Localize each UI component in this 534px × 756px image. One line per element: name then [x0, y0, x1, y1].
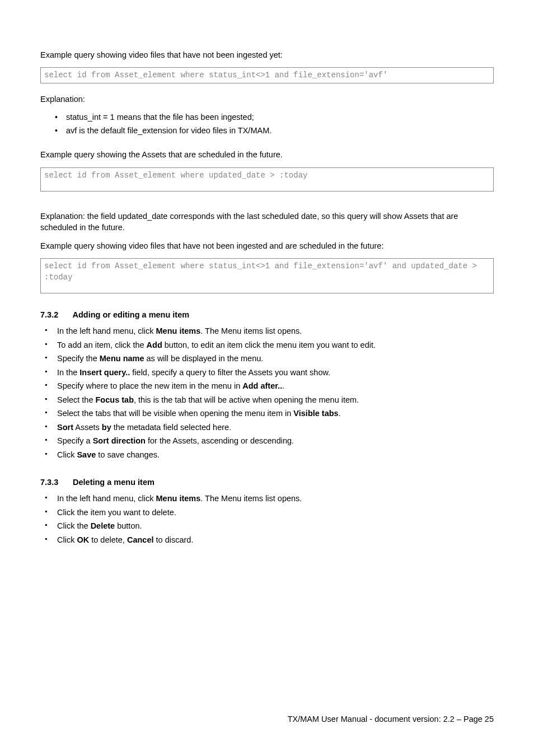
- bullet-list-square: In the left hand menu, click Menu items.…: [40, 492, 494, 546]
- list-item: Sort Assets by the metadata field select…: [40, 421, 494, 433]
- code-block-1: select id from Asset_element where statu…: [40, 67, 494, 83]
- list-item: Select the Focus tab, this is the tab th…: [40, 394, 494, 406]
- list-item: avf is the default file_extension for vi…: [40, 125, 494, 137]
- list-item: Click the item you want to delete.: [40, 506, 494, 519]
- list-item: Specify the Menu name as will be display…: [40, 352, 494, 365]
- list-item: status_int = 1 means that the file has b…: [40, 111, 494, 124]
- bullet-list-circle: status_int = 1 means that the file has b…: [40, 111, 494, 137]
- list-item: In the left hand menu, click Menu items.…: [40, 492, 494, 505]
- section-title: Adding or editing a menu item: [73, 310, 190, 319]
- list-item: Click OK to delete, Cancel to discard.: [40, 534, 494, 546]
- section-number: 7.3.2: [40, 310, 71, 319]
- page-footer: TX/MAM User Manual - document version: 2…: [288, 715, 494, 724]
- paragraph: Explanation: the field updated_date corr…: [40, 211, 494, 234]
- code-block-3: select id from Asset_element where statu…: [40, 258, 494, 294]
- paragraph: Example query showing video files that h…: [40, 240, 494, 251]
- section-number: 7.3.3: [40, 478, 71, 487]
- list-item: Select the tabs that will be visible whe…: [40, 407, 494, 419]
- list-item: Specify where to place the new item in t…: [40, 380, 494, 392]
- section-heading: 7.3.2 Adding or editing a menu item: [40, 310, 494, 319]
- bullet-list-square: In the left hand menu, click Menu items.…: [40, 325, 494, 461]
- list-item: Click the Delete button.: [40, 520, 494, 532]
- list-item: Click Save to save changes.: [40, 449, 494, 461]
- section-title: Deleting a menu item: [73, 478, 154, 487]
- explanation-label: Explanation:: [40, 94, 494, 105]
- list-item: Specify a Sort direction for the Assets,…: [40, 435, 494, 447]
- list-item: In the Insert query.. field, specify a q…: [40, 366, 494, 379]
- section-heading: 7.3.3 Deleting a menu item: [40, 478, 494, 487]
- paragraph: Example query showing the Assets that ar…: [40, 149, 494, 160]
- list-item: To add an item, click the Add button, to…: [40, 339, 494, 351]
- code-block-2: select id from Asset_element where updat…: [40, 167, 494, 192]
- paragraph: Example query showing video files that h…: [40, 49, 494, 60]
- list-item: In the left hand menu, click Menu items.…: [40, 325, 494, 337]
